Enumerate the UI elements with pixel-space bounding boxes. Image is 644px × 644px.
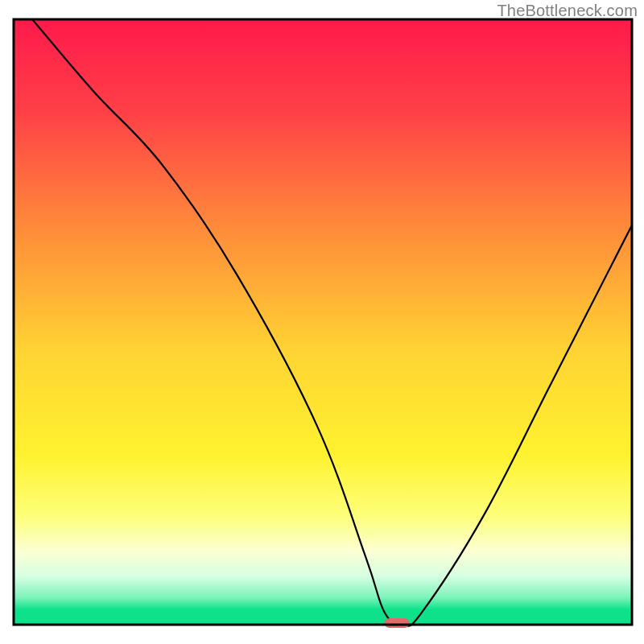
plot-background: [14, 19, 632, 625]
bottleneck-chart: [0, 0, 644, 644]
optimal-marker: [385, 618, 410, 628]
attribution-text: TheBottleneck.com: [497, 2, 638, 20]
chart-container: TheBottleneck.com: [0, 0, 644, 644]
